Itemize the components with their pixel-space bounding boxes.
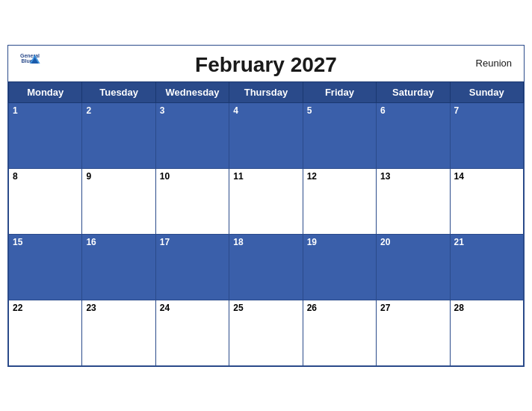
day-7: 7: [450, 102, 523, 168]
day-9: 9: [82, 168, 155, 234]
calendar-grid: Monday Tuesday Wednesday Thursday Friday…: [8, 81, 524, 366]
day-2: 2: [82, 102, 155, 168]
day-18: 18: [229, 234, 303, 300]
calendar-container: General Blue February 2027 Reunion Monda…: [7, 45, 525, 367]
header-tuesday: Tuesday: [82, 81, 155, 102]
svg-text:General: General: [20, 53, 40, 58]
day-5: 5: [303, 102, 376, 168]
day-6: 6: [377, 102, 450, 168]
week-row-2: 8 9 10 11 12 13 14: [9, 168, 524, 234]
day-1: 1: [9, 102, 82, 168]
day-8: 8: [9, 168, 82, 234]
calendar-header: General Blue February 2027 Reunion: [8, 46, 524, 81]
header-friday: Friday: [303, 81, 376, 102]
day-13: 13: [377, 168, 450, 234]
header-saturday: Saturday: [377, 81, 450, 102]
region-label: Reunion: [476, 58, 512, 69]
week-row-4: 22 23 24 25 26 27 28: [9, 300, 524, 365]
day-10: 10: [155, 168, 229, 234]
week-row-1: 1 2 3 4 5 6 7: [9, 102, 524, 168]
day-3: 3: [155, 102, 229, 168]
day-20: 20: [377, 234, 450, 300]
header-monday: Monday: [9, 81, 82, 102]
day-28: 28: [450, 300, 523, 365]
logo-area: General Blue: [20, 52, 41, 68]
day-15: 15: [9, 234, 82, 300]
header-thursday: Thursday: [229, 81, 303, 102]
day-25: 25: [229, 300, 303, 365]
calendar-title: February 2027: [195, 53, 337, 77]
week-row-3: 15 16 17 18 19 20 21: [9, 234, 524, 300]
day-16: 16: [82, 234, 155, 300]
day-11: 11: [229, 168, 303, 234]
day-4: 4: [229, 102, 303, 168]
generalblue-logo-icon: General Blue: [20, 52, 41, 68]
day-17: 17: [155, 234, 229, 300]
day-21: 21: [450, 234, 523, 300]
header-wednesday: Wednesday: [155, 81, 229, 102]
day-24: 24: [155, 300, 229, 365]
day-19: 19: [303, 234, 376, 300]
day-14: 14: [450, 168, 523, 234]
day-23: 23: [82, 300, 155, 365]
weekday-header-row: Monday Tuesday Wednesday Thursday Friday…: [9, 81, 524, 102]
day-26: 26: [303, 300, 376, 365]
day-27: 27: [377, 300, 450, 365]
day-12: 12: [303, 168, 376, 234]
day-22: 22: [9, 300, 82, 365]
header-sunday: Sunday: [450, 81, 523, 102]
